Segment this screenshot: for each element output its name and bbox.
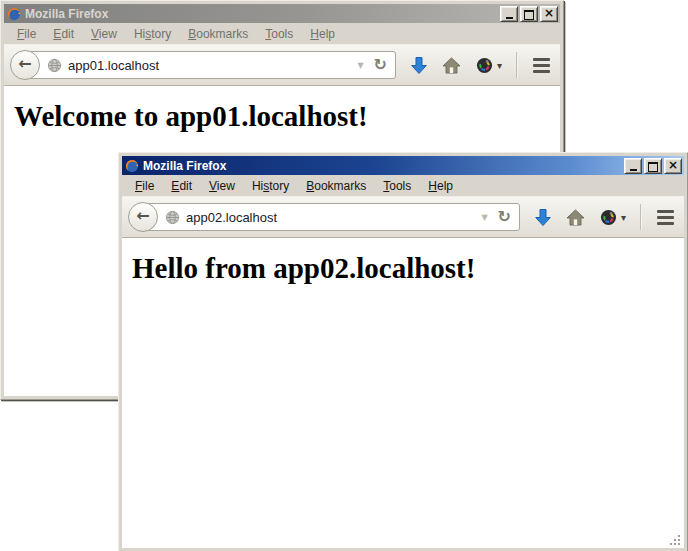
search-caret-icon: ▾ <box>497 60 502 71</box>
maximize-button[interactable] <box>520 6 538 22</box>
url-bar[interactable]: app01.localhost ▼ ↻ <box>25 51 396 79</box>
menu-bar: File Edit View History Bookmarks Tools H… <box>122 175 684 196</box>
title-bar[interactable]: Mozilla Firefox × <box>4 4 560 23</box>
menu-tools[interactable]: Tools <box>376 177 418 195</box>
url-value: app01.localhost <box>68 58 159 73</box>
url-bar[interactable]: app02.localhost ▼ ↻ <box>143 203 520 231</box>
menu-file[interactable]: File <box>10 25 43 43</box>
globe-site-icon <box>47 58 62 73</box>
menu-view[interactable]: View <box>84 25 124 43</box>
search-engine-button[interactable]: ▾ <box>476 57 502 74</box>
close-button[interactable]: × <box>540 6 558 22</box>
maximize-icon <box>524 10 534 20</box>
download-arrow-icon <box>535 208 551 227</box>
minimize-icon <box>630 169 637 171</box>
page-heading: Welcome to app01.localhost! <box>14 100 560 133</box>
home-icon <box>566 209 585 226</box>
firefox-logo-icon <box>7 7 21 21</box>
navigation-toolbar: ← app01.localhost ▼ ↻ ▾ <box>4 44 560 86</box>
maximize-button[interactable] <box>644 158 662 174</box>
menu-bar: File Edit View History Bookmarks Tools H… <box>4 23 560 44</box>
menu-tools[interactable]: Tools <box>258 25 300 43</box>
home-button[interactable] <box>442 57 461 74</box>
menu-file[interactable]: File <box>128 177 161 195</box>
back-arrow-icon: ← <box>136 208 149 224</box>
urlbar-dropdown-icon[interactable]: ▼ <box>350 61 370 70</box>
minimize-button[interactable] <box>500 6 518 22</box>
search-engine-button[interactable]: ▾ <box>600 209 626 226</box>
home-button[interactable] <box>566 209 585 226</box>
back-button[interactable]: ← <box>128 202 158 232</box>
title-bar[interactable]: Mozilla Firefox × <box>122 156 684 175</box>
menu-edit[interactable]: Edit <box>46 25 81 43</box>
window-title: Mozilla Firefox <box>25 7 108 21</box>
toolbar-separator <box>640 204 641 230</box>
window-title: Mozilla Firefox <box>143 159 226 173</box>
browser-window-app02[interactable]: Mozilla Firefox × File Edit View History… <box>118 152 688 551</box>
maximize-icon <box>648 162 658 172</box>
back-button[interactable]: ← <box>10 50 40 80</box>
minimize-button[interactable] <box>624 158 642 174</box>
search-caret-icon: ▾ <box>621 212 626 223</box>
minimize-icon <box>506 17 513 19</box>
close-icon: × <box>668 160 678 171</box>
download-button[interactable] <box>535 208 551 227</box>
reload-button[interactable]: ↻ <box>371 57 390 73</box>
search-engine-icon <box>476 57 493 74</box>
menu-history[interactable]: History <box>245 177 296 195</box>
menu-bookmarks[interactable]: Bookmarks <box>181 25 255 43</box>
menu-help[interactable]: Help <box>421 177 460 195</box>
menu-help[interactable]: Help <box>303 25 342 43</box>
search-engine-icon <box>600 209 617 226</box>
back-arrow-icon: ← <box>18 56 31 72</box>
menu-edit[interactable]: Edit <box>164 177 199 195</box>
download-arrow-icon <box>411 56 427 75</box>
home-icon <box>442 57 461 74</box>
reload-button[interactable]: ↻ <box>495 209 514 225</box>
page-content: Hello from app02.localhost! <box>122 238 684 548</box>
menu-bookmarks[interactable]: Bookmarks <box>299 177 373 195</box>
close-button[interactable]: × <box>664 158 682 174</box>
download-button[interactable] <box>411 56 427 75</box>
firefox-logo-icon <box>125 159 139 173</box>
globe-site-icon <box>165 210 180 225</box>
navigation-toolbar: ← app02.localhost ▼ ↻ ▾ <box>122 196 684 238</box>
menu-hamburger-button[interactable] <box>655 204 676 230</box>
menu-hamburger-button[interactable] <box>531 52 552 78</box>
toolbar-separator <box>516 52 517 78</box>
menu-view[interactable]: View <box>202 177 242 195</box>
resize-grip[interactable] <box>669 533 682 546</box>
menu-history[interactable]: History <box>127 25 178 43</box>
url-value: app02.localhost <box>186 210 277 225</box>
page-heading: Hello from app02.localhost! <box>132 252 684 285</box>
resize-grip-icon <box>669 534 682 547</box>
close-icon: × <box>544 8 554 19</box>
urlbar-dropdown-icon[interactable]: ▼ <box>474 213 494 222</box>
